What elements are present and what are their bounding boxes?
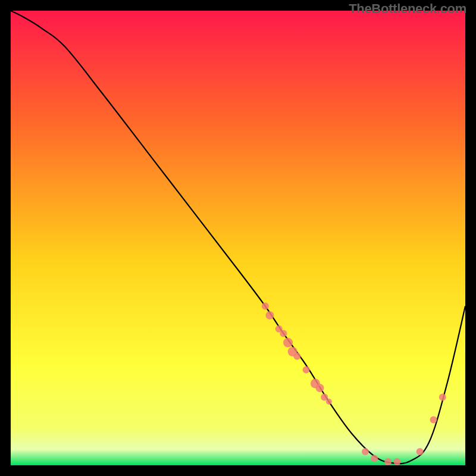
highlight-point	[265, 311, 274, 320]
highlight-point	[262, 303, 269, 310]
highlight-point	[280, 330, 287, 337]
chart-frame: TheBottleneck.com	[0, 0, 476, 476]
highlight-point	[439, 393, 446, 400]
highlight-point	[283, 338, 293, 347]
highlight-point	[303, 367, 310, 374]
watermark-text: TheBottleneck.com	[349, 1, 466, 17]
highlight-point	[384, 458, 392, 465]
highlight-point	[326, 399, 332, 405]
highlight-point	[316, 384, 324, 392]
highlight-point	[393, 458, 400, 465]
highlight-point	[416, 448, 424, 455]
highlight-point	[362, 448, 369, 455]
chart-svg	[11, 11, 465, 465]
plot-area	[11, 11, 465, 465]
highlight-point	[430, 416, 437, 424]
highlight-point	[293, 353, 300, 360]
highlight-point	[371, 455, 378, 462]
gradient-background	[11, 11, 465, 465]
